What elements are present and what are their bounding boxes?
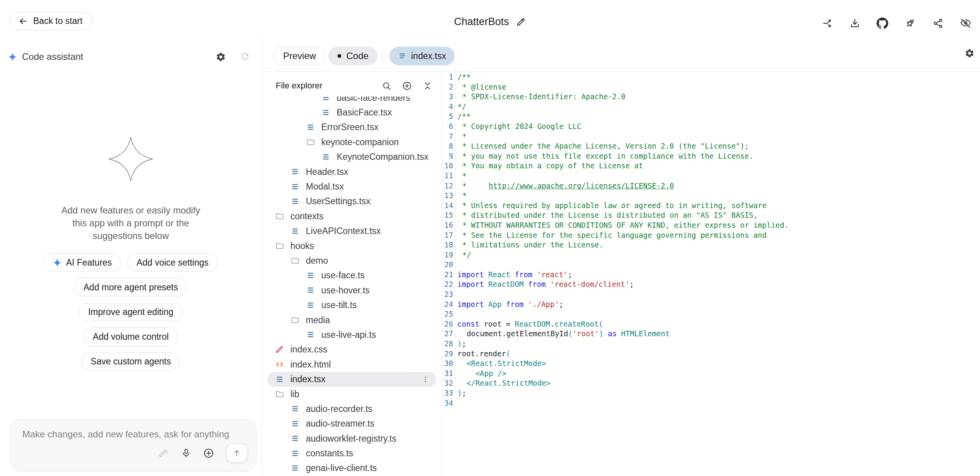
file-tree-item-audioworklet-registry-ts[interactable]: audioworklet-registry.ts [263,431,442,446]
assistant-refresh-icon[interactable] [240,52,250,62]
line-number: 19 [443,250,453,260]
code-text: </React.StrictMode> [455,378,550,388]
file-tree-item-lib[interactable]: lib [263,387,442,401]
add-attachment-icon[interactable] [203,448,214,459]
line-number: 14 [443,201,453,211]
code-editor[interactable]: 1/**2 * @license3 * SPDX-License-Identif… [443,72,980,476]
code-line: 23 [443,290,980,300]
file-tree-item-basic-face-renders[interactable]: basic-face-renders [263,97,442,105]
line-number: 1 [443,72,453,82]
file-tree-item-index-tsx[interactable]: index.tsx [267,372,436,386]
edit-title-pencil-icon[interactable] [516,17,526,27]
code-line: 13 * [443,191,980,201]
file-tree-item-keynotecompanion-tsx[interactable]: KeynoteCompanion.tsx [263,150,442,164]
file-tree-item-header-tsx[interactable]: Header.tsx [263,164,442,179]
code-line: 2 * @license [443,82,980,92]
prompt-placeholder: Make changes, add new features, ask for … [22,429,229,440]
file-tree-item-keynote-companion[interactable]: keynote-companion [263,135,442,149]
file-name: contexts [290,211,324,222]
tab-code[interactable]: Code [328,47,378,65]
file-options-kebab-icon[interactable] [422,376,429,383]
microphone-icon[interactable] [181,448,191,458]
new-file-plus-icon[interactable] [402,81,412,91]
file-tree-item-use-tilt-ts[interactable]: use-tilt.ts [263,298,442,312]
suggestion-save-custom-agents[interactable]: Save custom agents [81,352,180,371]
send-prompt-button[interactable] [226,444,248,462]
tab-open-file[interactable]: index.tsx [390,47,455,65]
suggestion-buttons: AI FeaturesAdd voice settingsAdd more ag… [43,253,219,371]
line-number: 20 [443,260,453,270]
empty-state-line: suggestions below [0,229,261,242]
code-line: 25 [443,309,980,319]
visibility-off-icon[interactable] [960,17,972,29]
line-number: 24 [443,300,453,310]
code-text: * limitations under the License. [455,240,604,250]
assistant-settings-gear-icon[interactable] [216,52,226,62]
line-number: 29 [443,349,453,359]
file-tree-item-media[interactable]: media [263,313,442,327]
deploy-rocket-icon[interactable] [904,17,916,29]
file-tree-item-hooks[interactable]: hooks [263,239,442,253]
code-line: 27 document.getElementById('root') as HT… [443,329,980,339]
file-tree-item-genai-live-client-ts[interactable]: genai-live-client.ts [263,461,442,476]
file-tree-item-use-face-ts[interactable]: use-face.ts [263,268,442,283]
github-icon[interactable] [877,17,888,29]
file-tree-item-contexts[interactable]: contexts [263,209,442,224]
code-text [455,290,462,300]
file-tree-item-constants-ts[interactable]: constants.ts [263,446,442,461]
code-line: 12 * http://www.apache.org/licenses/LICE… [443,181,980,191]
back-arrow-icon [18,16,28,26]
file-tree-item-index-css[interactable]: index.css [263,342,442,357]
file-tree-item-audio-recorder-ts[interactable]: audio-recorder.ts [263,401,442,416]
file-tree-item-modal-tsx[interactable]: Modal.tsx [263,179,442,194]
file-tree-item-use-live-api-ts[interactable]: use-live-api.ts [263,327,442,342]
suggestion-add-more-agent-presets[interactable]: Add more agent presets [74,278,187,296]
editor-settings-gear-icon[interactable] [965,48,975,58]
folder-icon [306,137,315,147]
folder-icon [275,212,284,221]
ts-file-icon [290,434,300,443]
file-tree-item-audio-streamer-ts[interactable]: audio-streamer.ts [263,417,442,431]
ts-file-icon [306,330,315,339]
app-root: { "topbar": { "back_label": "Back to sta… [0,0,980,476]
file-tree-item-liveapicontext-tsx[interactable]: LiveAPIContext.tsx [263,224,442,239]
suggestion-ai-features[interactable]: AI Features [44,253,121,272]
suggestion-improve-agent-editing[interactable]: Improve agent editing [79,303,182,321]
code-text: ); [455,339,466,349]
file-tree-item-errorsreen-tsx[interactable]: ErrorSreen.tsx [263,120,442,135]
line-number: 9 [443,151,453,161]
back-to-start-button[interactable]: Back to start [10,12,92,30]
assistant-title: Code assistant [22,51,216,62]
tab-preview[interactable]: Preview [273,47,326,65]
file-name: hooks [290,241,314,251]
suggestion-add-volume-control[interactable]: Add volume control [84,327,178,346]
sparkle-icon [53,258,62,267]
share-icon[interactable] [932,17,944,29]
fork-icon[interactable] [821,17,833,29]
code-line: 5/** [443,112,980,122]
file-tree-item-index-html[interactable]: index.html [263,357,442,372]
line-number: 34 [443,398,453,408]
ts-file-icon [306,301,315,310]
code-text [455,260,462,270]
collapse-all-icon[interactable] [423,81,432,91]
ts-file-icon [306,286,315,295]
file-tree-item-demo[interactable]: demo [263,253,442,268]
assistant-prompt-input[interactable]: Make changes, add new features, ask for … [10,419,256,472]
search-icon[interactable] [382,81,391,91]
ts-file-icon [290,167,300,176]
file-explorer-panel: File explorer basic-face-rendersBasicFac… [262,72,443,476]
css-file-icon [275,345,284,354]
top-bar: Back to start ChatterBots [0,0,980,36]
line-number: 27 [443,329,453,339]
suggestion-add-voice-settings[interactable]: Add voice settings [127,253,218,272]
empty-state-text: Add new features or easily modify this a… [0,204,261,242]
file-tree-item-basicface-tsx[interactable]: BasicFace.tsx [263,105,442,120]
file-tree-item-usersettings-tsx[interactable]: UserSettings.tsx [263,194,442,209]
download-icon[interactable] [849,17,860,29]
draw-pen-icon[interactable] [158,448,169,459]
code-text: * You may obtain a copy of the License a… [455,161,643,171]
ts-file-icon [290,419,300,429]
file-tree-item-use-hover-ts[interactable]: use-hover.ts [263,283,442,298]
active-dot-icon [337,54,341,58]
